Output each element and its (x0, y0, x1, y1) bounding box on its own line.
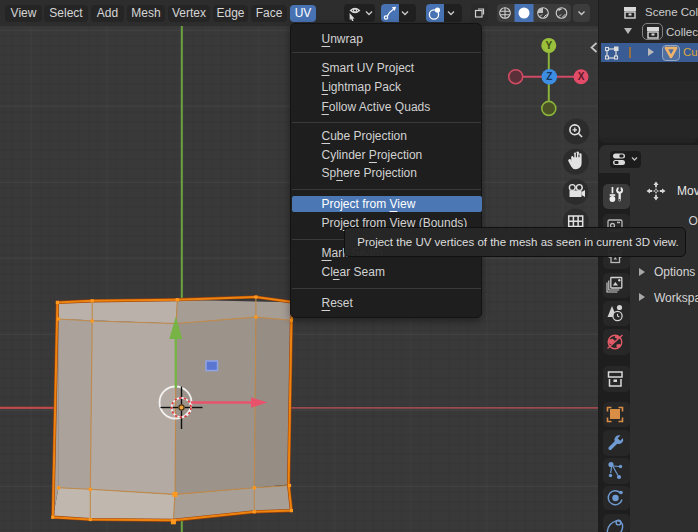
svg-text:Y: Y (545, 40, 552, 51)
svg-text:Z: Z (546, 71, 552, 82)
svg-text:X: X (578, 71, 585, 82)
